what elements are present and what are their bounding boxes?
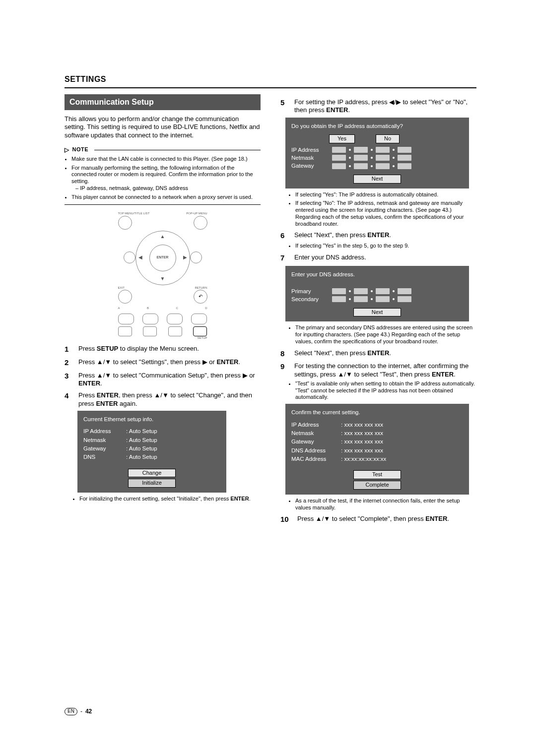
ethernet-info-panel: Current Ethernet setup info. IP Address:… <box>77 411 226 493</box>
kv-row: Gateway: Auto Setup <box>83 445 220 452</box>
columns: Communication Setup This allows you to p… <box>65 94 476 526</box>
no-button[interactable]: No <box>376 134 400 143</box>
kv-row: Netmask: Auto Setup <box>83 437 220 443</box>
note-end-line <box>65 204 261 205</box>
note-list: Make sure that the LAN cable is connecte… <box>71 156 261 201</box>
complete-button[interactable]: Complete <box>353 481 401 490</box>
remote-diagram: TOP MENU/TITLE LIST POP-UP MENU ▲▼◀▶ ENT… <box>118 212 207 340</box>
note-block: NOTE Make sure that the LAN cable is con… <box>65 146 261 205</box>
remote-label-top-right: POP-UP MENU <box>186 212 207 216</box>
rule <box>65 87 476 88</box>
next-button[interactable]: Next <box>353 175 401 184</box>
remote-button <box>194 216 207 230</box>
ip-row: Netmask <box>291 154 463 161</box>
ip-row: IP Address <box>291 146 463 153</box>
step-4: 4 Press ENTER, then press ▲/▼ to select … <box>65 391 261 408</box>
panel-title: Do you obtain the IP address automatical… <box>291 123 463 129</box>
page-footer: EN - 42 <box>65 708 92 715</box>
remote-label-exit: EXIT <box>118 286 125 290</box>
remote-button <box>118 290 132 304</box>
kv-row: IP Address: Auto Setup <box>83 428 220 435</box>
dpad: ▲▼◀▶ ENTER <box>135 231 190 285</box>
step-10: 10 Press ▲/▼ to select "Complete", then … <box>280 515 476 524</box>
test-button[interactable]: Test <box>353 470 401 479</box>
page-number: 42 <box>85 708 92 715</box>
step-3: 3 Press ▲/▼ to select "Communication Set… <box>65 372 261 388</box>
note-heading: NOTE <box>65 146 261 154</box>
dns-panel: Enter your DNS address. Primary Secondar… <box>285 266 469 322</box>
confirm-panel: Confirm the current setting. IP Address:… <box>285 404 469 495</box>
note-item: For manually performing the setting, the… <box>71 165 261 192</box>
left-column: Communication Setup This allows you to p… <box>65 94 261 526</box>
step-1: 1 Press SETUP to display the Menu screen… <box>65 345 261 354</box>
panel-title: Current Ethernet setup info. <box>83 416 220 423</box>
step-8: 8 Select "Next", then press ENTER. <box>280 349 476 359</box>
step-2: 2 Press ▲/▼ to select "Settings", then p… <box>65 358 261 368</box>
enter-button: ENTER <box>149 245 176 271</box>
right-column: 5 For setting the IP address, press ◀/▶ … <box>280 94 476 526</box>
remote-button <box>118 216 132 230</box>
sub-bullets: For initializing the current setting, se… <box>79 496 261 503</box>
sub-bullets: If selecting "Yes": The IP address is au… <box>295 191 476 228</box>
step-7: 7 Enter your DNS address. <box>280 253 476 263</box>
ip-auto-panel: Do you obtain the IP address automatical… <box>285 118 469 189</box>
kv-row: DNS: Auto Setup <box>83 453 220 460</box>
note-line <box>94 150 261 150</box>
change-button[interactable]: Change <box>128 469 176 478</box>
remote-button <box>124 252 135 263</box>
return-icon: ↶ <box>194 290 207 304</box>
remote-button <box>190 252 202 263</box>
note-label: NOTE <box>72 146 89 153</box>
remote-label-top-left: TOP MENU/TITLE LIST <box>118 212 150 216</box>
yes-button[interactable]: Yes <box>329 134 355 143</box>
lang-badge: EN <box>65 708 77 715</box>
intro-paragraph: This allows you to perform and/or change… <box>65 115 261 139</box>
step-9: 9 For testing the connection to the inte… <box>280 362 476 378</box>
step-6: 6 Select "Next", then press ENTER. <box>280 231 476 241</box>
initialize-button[interactable]: Initialize <box>128 479 176 488</box>
subsection-band: Communication Setup <box>65 94 261 110</box>
note-item: Make sure that the LAN cable is connecte… <box>71 156 261 163</box>
note-item: This player cannot be connected to a net… <box>71 194 261 201</box>
page: SETTINGS Communication Setup This allows… <box>0 0 536 756</box>
step-5: 5 For setting the IP address, press ◀/▶ … <box>280 98 476 115</box>
remote-label-return: RETURN <box>195 286 207 290</box>
setup-button-highlight <box>193 326 207 336</box>
remote-label-setup: SETUP <box>197 336 207 339</box>
ip-row: Gateway <box>291 162 463 169</box>
next-button[interactable]: Next <box>353 308 401 317</box>
section-title: SETTINGS <box>65 74 476 84</box>
